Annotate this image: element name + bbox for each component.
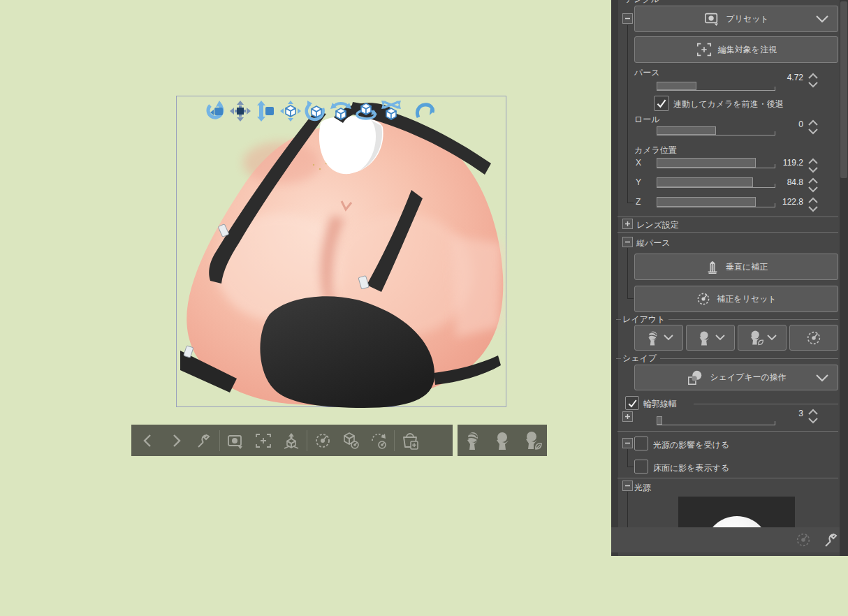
light-influence-label: 光源の影響を受ける bbox=[653, 439, 729, 451]
chevron-down-icon bbox=[815, 374, 829, 382]
building-icon bbox=[705, 259, 720, 274]
shape-key-button[interactable]: シェイプキーの操作 bbox=[634, 365, 838, 390]
panel-bottom-bar bbox=[611, 527, 848, 552]
scrollbar-thumb[interactable] bbox=[840, 1, 847, 178]
light-sphere[interactable] bbox=[705, 516, 769, 527]
reset-correction-button[interactable]: 補正をリセット bbox=[634, 286, 838, 312]
panel-settings-wrench-icon[interactable] bbox=[823, 531, 840, 548]
section-separator bbox=[617, 431, 838, 432]
chevron-down-icon bbox=[767, 335, 777, 341]
3d-model-torso[interactable] bbox=[177, 96, 507, 408]
panel-edge bbox=[611, 0, 618, 556]
reset-camera-rotation-icon[interactable] bbox=[365, 425, 393, 456]
camera-preset-button[interactable]: プリセット bbox=[634, 6, 838, 32]
camera-y-value[interactable]: 84.8 bbox=[737, 177, 803, 187]
object-move-icon[interactable] bbox=[279, 99, 302, 123]
camera-angle-preset-icon[interactable] bbox=[221, 425, 249, 456]
camera-pan-icon[interactable] bbox=[228, 99, 252, 123]
reset-dial-icon bbox=[696, 291, 711, 307]
angle-panel: アングル プリセット 編集対象を注視 パース 4.72 連動してカメラを前進・後… bbox=[611, 0, 848, 556]
expand-icon[interactable] bbox=[622, 219, 633, 229]
outline-width-checkbox[interactable] bbox=[625, 396, 639, 410]
tree-line bbox=[627, 203, 634, 203]
focus-edit-target-button[interactable]: 編集対象を注視 bbox=[634, 36, 838, 63]
camera-preset-label: プリセット bbox=[726, 13, 768, 25]
reset-dial-icon-disabled bbox=[795, 531, 812, 548]
camera-z-value[interactable]: 122.8 bbox=[737, 197, 803, 207]
reset-object-pose-icon[interactable] bbox=[337, 425, 365, 456]
roll-spinner[interactable] bbox=[807, 119, 819, 135]
next-icon[interactable] bbox=[162, 425, 190, 456]
tool-settings-wrench-icon[interactable] bbox=[190, 425, 218, 456]
expand-icon[interactable] bbox=[622, 411, 633, 422]
floor-shadow-label: 床面に影を表示する bbox=[653, 462, 729, 474]
camera-x-spinner[interactable] bbox=[807, 157, 819, 174]
outline-width-slider[interactable] bbox=[657, 416, 775, 425]
collapse-icon[interactable] bbox=[622, 438, 633, 448]
axis-z-label: Z bbox=[636, 197, 641, 207]
perspective-value[interactable]: 4.72 bbox=[737, 73, 803, 82]
camera-x-value[interactable]: 119.2 bbox=[737, 158, 803, 168]
manipulation-toolbar bbox=[203, 99, 437, 123]
shape-section-header: シェイプ bbox=[616, 353, 838, 365]
tree-line bbox=[627, 492, 628, 527]
axis-x-label: X bbox=[636, 158, 641, 168]
collapse-icon[interactable] bbox=[622, 13, 633, 24]
outline-width-spinner[interactable] bbox=[807, 408, 819, 425]
object-rotate-icon[interactable] bbox=[304, 99, 328, 123]
light-source-label: 光源 bbox=[634, 482, 651, 494]
floor-shadow-checkbox[interactable] bbox=[634, 460, 648, 474]
chevron-down-icon bbox=[664, 335, 673, 341]
layout-reset-button[interactable] bbox=[789, 325, 838, 351]
roll-slider[interactable] bbox=[657, 126, 775, 135]
drop-to-floor-icon[interactable] bbox=[277, 425, 305, 456]
light-influence-checkbox[interactable] bbox=[634, 437, 648, 450]
reset-dial-icon[interactable] bbox=[309, 425, 337, 456]
material-hand-sphere-leaf-icon[interactable] bbox=[518, 425, 546, 456]
tree-line bbox=[627, 298, 634, 299]
link-camera-checkbox[interactable] bbox=[654, 96, 669, 111]
material-hand-sphere-leaf-icon bbox=[747, 330, 764, 346]
object-rotate-plane-icon[interactable] bbox=[354, 99, 378, 123]
focus-target-icon bbox=[696, 41, 712, 58]
camera-z-spinner[interactable] bbox=[807, 196, 819, 213]
camera-dolly-icon[interactable] bbox=[254, 99, 277, 123]
reset-dial-icon bbox=[805, 330, 822, 346]
camera-y-spinner[interactable] bbox=[807, 177, 819, 193]
reset-correction-label: 補正をリセット bbox=[717, 293, 776, 305]
previous-icon[interactable] bbox=[134, 425, 162, 456]
object-toolbar bbox=[131, 425, 453, 456]
add-to-assets-bag-icon[interactable] bbox=[396, 425, 424, 456]
object-spin-horizontal-icon[interactable] bbox=[329, 99, 353, 123]
layout-body-button[interactable] bbox=[686, 325, 735, 351]
outline-width-label: 輪郭線幅 bbox=[643, 398, 677, 410]
perspective-slider[interactable] bbox=[657, 82, 775, 91]
undo-rotation-icon[interactable] bbox=[413, 99, 437, 123]
layout-material-button[interactable] bbox=[738, 325, 787, 351]
object-snap-icon[interactable] bbox=[379, 99, 403, 123]
toolbar-divider bbox=[307, 430, 307, 451]
layout-section-header: レイアウト bbox=[616, 314, 838, 325]
pose-hand-sphere-icon[interactable] bbox=[458, 425, 486, 456]
camera-position-label: カメラ位置 bbox=[634, 145, 677, 156]
correct-vertical-label: 垂直に補正 bbox=[726, 261, 768, 273]
check-icon bbox=[627, 398, 638, 409]
axis-y-label: Y bbox=[636, 177, 641, 187]
focus-edit-target-icon[interactable] bbox=[249, 425, 277, 456]
chevron-down-icon bbox=[715, 335, 725, 341]
light-source-preview[interactable] bbox=[678, 497, 795, 527]
model-selection-frame[interactable] bbox=[176, 96, 506, 407]
body-hand-sphere-icon[interactable] bbox=[488, 425, 516, 456]
camera-orbit-icon[interactable] bbox=[203, 99, 227, 123]
layout-label: レイアウト bbox=[622, 314, 665, 325]
layout-pose-button[interactable] bbox=[634, 325, 683, 351]
correct-vertical-button[interactable]: 垂直に補正 bbox=[634, 254, 838, 280]
perspective-spinner[interactable] bbox=[807, 72, 819, 89]
collapse-icon[interactable] bbox=[622, 481, 633, 491]
panel-scrollbar[interactable] bbox=[840, 0, 848, 556]
roll-label: ロール bbox=[634, 114, 660, 126]
shape-label: シェイプ bbox=[622, 353, 657, 365]
toolbar-divider bbox=[394, 430, 395, 451]
collapse-icon[interactable] bbox=[622, 237, 633, 247]
object-launcher-toolbar bbox=[458, 425, 547, 456]
